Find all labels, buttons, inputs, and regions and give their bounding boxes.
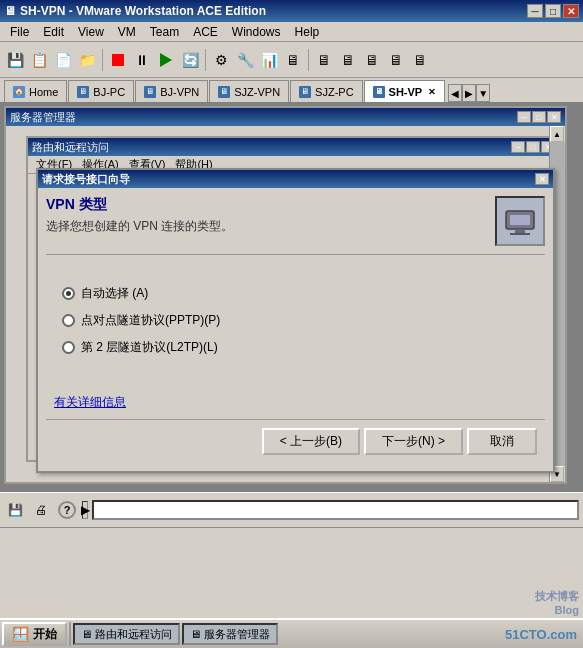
radio-l2tp[interactable] <box>62 341 75 354</box>
taskbar-server-icon: 🖥 <box>190 628 201 640</box>
menu-bar: File Edit View VM Team ACE Windows Help <box>0 22 583 42</box>
menu-help[interactable]: Help <box>289 23 326 41</box>
tab-sh-vp[interactable]: 🖥 SH-VP ✕ <box>364 80 446 102</box>
tab-bj-vpn[interactable]: 🖥 BJ-VPN <box>135 80 208 102</box>
menu-vm[interactable]: VM <box>112 23 142 41</box>
expand-icon[interactable]: ▶ <box>82 501 88 519</box>
option-pptp[interactable]: 点对点隧道协议(PPTP)(P) <box>62 312 529 329</box>
toolbar-btn-3[interactable]: 📄 <box>52 49 74 71</box>
windows-logo-icon: 🪟 <box>12 626 29 642</box>
tab-bj-pc[interactable]: 🖥 BJ-PC <box>68 80 134 102</box>
toolbar: 💾 📋 📄 📁 ⏸ 🔄 ⚙ 🔧 📊 🖥 🖥 🖥 🖥 🖥 🖥 <box>0 42 583 78</box>
tab-home[interactable]: 🏠 Home <box>4 80 67 102</box>
help-circle-icon: ? <box>58 501 76 519</box>
watermark-text2: Blog <box>555 604 579 616</box>
route-max-btn[interactable]: □ <box>526 141 540 153</box>
dialog-body: VPN 类型 选择您想创建的 VPN 连接的类型。 <box>38 188 553 471</box>
radio-pptp[interactable] <box>62 314 75 327</box>
start-label: 开始 <box>33 626 57 643</box>
toolbar-pause-button[interactable]: ⏸ <box>131 49 153 71</box>
status-print-icon[interactable]: 🖨 <box>30 499 52 521</box>
maximize-button[interactable]: □ <box>545 4 561 18</box>
menu-view[interactable]: View <box>72 23 110 41</box>
dialog-header: VPN 类型 选择您想创建的 VPN 连接的类型。 <box>46 196 545 255</box>
bj-vpn-tab-icon: 🖥 <box>144 86 156 98</box>
scroll-up-btn[interactable]: ▲ <box>550 126 564 142</box>
toolbar-btn-1[interactable]: 💾 <box>4 49 26 71</box>
menu-team[interactable]: Team <box>144 23 185 41</box>
tab-bj-pc-label: BJ-PC <box>93 86 125 98</box>
dialog-footer: < 上一步(B) 下一步(N) > 取消 <box>46 419 545 463</box>
tab-home-label: Home <box>29 86 58 98</box>
radio-auto[interactable] <box>62 287 75 300</box>
menu-windows[interactable]: Windows <box>226 23 287 41</box>
toolbar-btn-11[interactable]: 🖥 <box>337 49 359 71</box>
toolbar-btn-13[interactable]: 🖥 <box>385 49 407 71</box>
close-button[interactable]: ✕ <box>563 4 579 18</box>
tab-sjz-pc[interactable]: 🖥 SJZ-PC <box>290 80 363 102</box>
option-l2tp[interactable]: 第 2 层隧道协议(L2TP)(L) <box>62 339 529 356</box>
home-tab-icon: 🏠 <box>13 86 25 98</box>
next-button[interactable]: 下一步(N) > <box>364 428 463 455</box>
back-button[interactable]: < 上一步(B) <box>262 428 360 455</box>
taskbar-route-item[interactable]: 🖥 路由和远程访问 <box>73 623 180 645</box>
dialog-close-btn[interactable]: ✕ <box>535 173 549 185</box>
dialog-title-bar: 请求接号接口向导 ✕ <box>38 170 553 188</box>
app-title: SH-VPN - VMware Workstation ACE Edition <box>20 4 266 18</box>
menu-file[interactable]: File <box>4 23 35 41</box>
svg-rect-2 <box>515 229 525 233</box>
workspace: 服务器管理器 ─ □ ✕ 路由和远程访问 ─ □ ✕ 文件(F) 操作(A) <box>0 102 583 492</box>
site-watermark: 51CTO.com <box>505 627 577 642</box>
tab-sjz-vpn[interactable]: 🖥 SJZ-VPN <box>209 80 289 102</box>
more-info-link[interactable]: 有关详细信息 <box>54 394 537 411</box>
server-max-btn[interactable]: □ <box>532 111 546 123</box>
status-help-icon[interactable]: ? <box>56 499 78 521</box>
server-close-btn[interactable]: ✕ <box>547 111 561 123</box>
tab-menu-button[interactable]: ▼ <box>476 84 490 102</box>
server-manager-title: 服务器管理器 <box>10 110 76 125</box>
tab-bar: 🏠 Home 🖥 BJ-PC 🖥 BJ-VPN 🖥 SJZ-VPN 🖥 SJZ-… <box>0 78 583 102</box>
toolbar-btn-7[interactable]: 🔧 <box>234 49 256 71</box>
toolbar-btn-10[interactable]: 🖥 <box>313 49 335 71</box>
toolbar-stop-button[interactable] <box>107 49 129 71</box>
vpn-wizard-dialog: 请求接号接口向导 ✕ VPN 类型 选择您想创建的 VPN 连接的类型。 <box>36 168 555 473</box>
toolbar-btn-6[interactable]: ⚙ <box>210 49 232 71</box>
toolbar-btn-4[interactable]: 📁 <box>76 49 98 71</box>
start-button[interactable]: 🪟 开始 <box>2 622 67 646</box>
dialog-title-text: 请求接号接口向导 <box>42 172 130 187</box>
server-min-btn[interactable]: ─ <box>517 111 531 123</box>
tab-sh-vp-label: SH-VP <box>389 86 423 98</box>
toolbar-btn-9[interactable]: 🖥 <box>282 49 304 71</box>
minimize-button[interactable]: ─ <box>527 4 543 18</box>
taskbar-server-label: 服务器管理器 <box>204 627 270 642</box>
toolbar-btn-14[interactable]: 🖥 <box>409 49 431 71</box>
sh-vp-tab-icon: 🖥 <box>373 86 385 98</box>
cancel-button[interactable]: 取消 <box>467 428 537 455</box>
tab-next-button[interactable]: ▶ <box>462 84 476 102</box>
title-bar-controls: ─ □ ✕ <box>527 4 579 18</box>
tab-close-icon[interactable]: ✕ <box>428 87 436 97</box>
toolbar-btn-8[interactable]: 📊 <box>258 49 280 71</box>
dialog-header-text: VPN 类型 选择您想创建的 VPN 连接的类型。 <box>46 196 495 235</box>
option-auto[interactable]: 自动选择 (A) <box>62 285 529 302</box>
taskbar-right: 51CTO.com <box>505 627 581 642</box>
toolbar-btn-2[interactable]: 📋 <box>28 49 50 71</box>
route-access-title-bar: 路由和远程访问 ─ □ ✕ <box>28 138 559 156</box>
server-manager-window: 服务器管理器 ─ □ ✕ 路由和远程访问 ─ □ ✕ 文件(F) 操作(A) <box>4 106 567 484</box>
taskbar-route-label: 路由和远程访问 <box>95 627 172 642</box>
blog-watermark: 技术博客 Blog <box>535 589 579 616</box>
menu-edit[interactable]: Edit <box>37 23 70 41</box>
svg-rect-3 <box>510 233 530 235</box>
toolbar-btn-5[interactable]: 🔄 <box>179 49 201 71</box>
status-save-icon[interactable]: 💾 <box>4 499 26 521</box>
tab-prev-button[interactable]: ◀ <box>448 84 462 102</box>
sjz-pc-tab-icon: 🖥 <box>299 86 311 98</box>
option-auto-label: 自动选择 (A) <box>81 285 148 302</box>
taskbar-separator <box>69 622 71 646</box>
toolbar-play-button[interactable] <box>155 49 177 71</box>
toolbar-btn-12[interactable]: 🖥 <box>361 49 383 71</box>
menu-ace[interactable]: ACE <box>187 23 224 41</box>
route-min-btn[interactable]: ─ <box>511 141 525 153</box>
status-dropdown[interactable] <box>92 500 579 520</box>
taskbar-server-item[interactable]: 🖥 服务器管理器 <box>182 623 278 645</box>
